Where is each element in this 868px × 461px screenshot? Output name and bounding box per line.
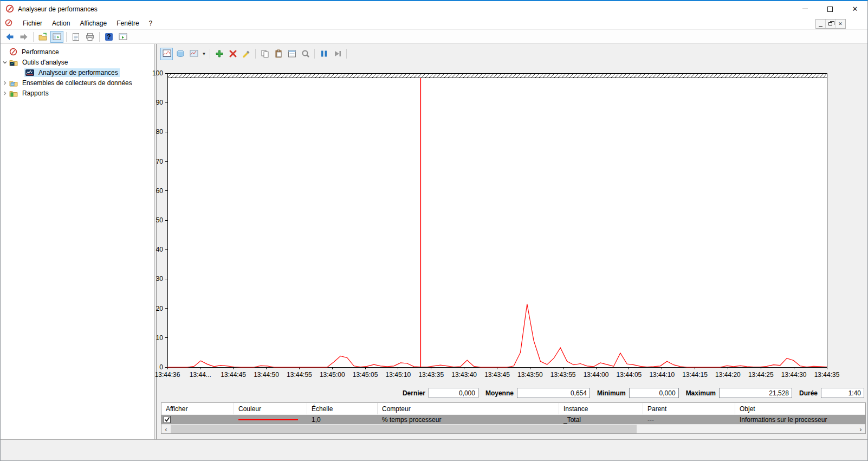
cell-compteur: % temps processeur: [378, 416, 559, 424]
highlight-button[interactable]: [240, 48, 252, 60]
svg-text:50: 50: [156, 216, 164, 224]
svg-text:60: 60: [156, 187, 164, 195]
scrollbar-thumb[interactable]: [171, 425, 637, 433]
svg-text:13:43:35: 13:43:35: [418, 371, 444, 379]
mdi-minimize-button[interactable]: [816, 20, 826, 28]
console-tree-pane: Performance Outils d'analyse Analyseur d…: [1, 44, 154, 439]
chevron-right-icon[interactable]: [1, 80, 9, 86]
graph-type-dropdown[interactable]: ▼: [200, 48, 208, 60]
cell-echelle: 1,0: [307, 416, 378, 424]
chart-canvas: 010203040506070809010013:44:3613:44...13…: [136, 69, 868, 386]
header-objet[interactable]: Objet: [735, 403, 865, 414]
header-couleur[interactable]: Couleur: [234, 403, 307, 414]
tree-item-rapports[interactable]: Rapports: [1, 88, 154, 98]
toolbar-separator: [33, 32, 34, 42]
tree-item-performance[interactable]: Performance: [1, 47, 154, 57]
minimize-button[interactable]: [793, 1, 818, 17]
menu-bar: Fichier Action Affichage Fenêtre ? ✕: [1, 17, 867, 30]
paste-counter-list-button[interactable]: [272, 48, 284, 60]
paste-icon: [274, 49, 283, 58]
menu-affichage[interactable]: Affichage: [75, 18, 112, 29]
menu-fenetre[interactable]: Fenêtre: [112, 18, 144, 29]
mdi-close-button[interactable]: ✕: [835, 20, 845, 28]
mdi-restore-button[interactable]: [826, 20, 835, 28]
toolbar-separator: [99, 32, 100, 42]
properties-button[interactable]: [286, 48, 298, 60]
window-title: Analyseur de performances: [18, 5, 98, 13]
bottom-strip: [1, 439, 868, 461]
moyenne-label: Moyenne: [485, 389, 514, 397]
header-instance[interactable]: Instance: [559, 403, 643, 414]
console-tree-icon: [53, 33, 61, 41]
add-icon: [215, 49, 224, 58]
log-data-icon: [176, 49, 185, 58]
toolbar-separator: [66, 32, 67, 42]
svg-text:?: ?: [107, 33, 111, 41]
add-counter-button[interactable]: [213, 48, 225, 60]
scroll-right-arrow[interactable]: ›: [856, 425, 865, 433]
minimum-label: Minimum: [597, 389, 626, 397]
help-icon: ?: [105, 33, 113, 41]
toolbar-separator: [255, 49, 256, 59]
folder-icon: [38, 33, 47, 41]
header-compteur[interactable]: Compteur: [378, 403, 559, 414]
freeze-display-button[interactable]: [318, 48, 330, 60]
performance-chart: 010203040506070809010013:44:3613:44...13…: [136, 69, 868, 386]
export-list-button[interactable]: [69, 31, 82, 43]
svg-text:13:44:50: 13:44:50: [254, 371, 279, 379]
menu-aide[interactable]: ?: [144, 18, 158, 29]
tree-item-label: Outils d'analyse: [21, 58, 69, 67]
svg-text:13:45:05: 13:45:05: [353, 371, 378, 379]
dernier-label: Dernier: [403, 389, 425, 397]
show-hide-action-pane-button[interactable]: [116, 31, 129, 43]
properties-icon: [288, 49, 296, 58]
tree-item-label: Analyseur de performances: [37, 68, 120, 77]
svg-text:13:44:35: 13:44:35: [814, 371, 840, 379]
svg-text:13:43:45: 13:43:45: [484, 371, 510, 379]
tree-item-ensembles-collecteurs[interactable]: Ensembles de collecteurs de données: [1, 78, 154, 88]
update-data-button[interactable]: [331, 48, 344, 60]
change-graph-type-button[interactable]: [187, 48, 200, 60]
svg-text:13:45:00: 13:45:00: [320, 371, 345, 379]
close-icon: ✕: [852, 5, 858, 13]
delete-counter-button[interactable]: [226, 48, 239, 60]
view-log-data-button[interactable]: [174, 48, 186, 60]
svg-text:10: 10: [156, 334, 164, 342]
forward-icon: [20, 33, 28, 41]
moyenne-value: 0,654: [517, 388, 590, 398]
show-hide-console-tree-button[interactable]: [50, 31, 63, 43]
svg-text:13:44:00: 13:44:00: [584, 371, 609, 379]
close-button[interactable]: ✕: [843, 1, 867, 17]
header-echelle[interactable]: Échelle: [307, 403, 378, 414]
console-toolbar: ?: [1, 30, 867, 44]
help-button[interactable]: ?: [102, 31, 115, 43]
svg-text:13:44:10: 13:44:10: [649, 371, 675, 379]
forward-button[interactable]: [17, 31, 30, 43]
counter-row[interactable]: 1,0 % temps processeur _Total --- Inform…: [161, 415, 865, 424]
afficher-checkbox[interactable]: [164, 416, 171, 423]
svg-text:40: 40: [156, 246, 164, 253]
maximum-value: 21,528: [719, 388, 792, 398]
print-button[interactable]: [83, 31, 96, 43]
maximize-button[interactable]: [818, 1, 843, 17]
chevron-right-icon[interactable]: [1, 91, 9, 96]
zoom-button[interactable]: [299, 48, 312, 60]
scroll-left-arrow[interactable]: ‹: [161, 425, 171, 433]
chevron-down-icon[interactable]: [1, 60, 9, 65]
minimum-value: 0,000: [629, 388, 679, 398]
cell-parent: ---: [643, 416, 735, 424]
menu-fichier[interactable]: Fichier: [18, 18, 47, 29]
copy-properties-button[interactable]: [258, 48, 271, 60]
legend-scrollbar[interactable]: ‹ ›: [161, 424, 865, 433]
header-afficher[interactable]: Afficher: [161, 403, 234, 414]
tree-item-analyseur-performances[interactable]: Analyseur de performances: [1, 67, 154, 78]
cell-objet: Informations sur le processeur: [735, 416, 865, 424]
view-current-activity-button[interactable]: [160, 48, 173, 60]
copy-icon: [261, 49, 269, 58]
header-parent[interactable]: Parent: [643, 403, 735, 414]
menu-action[interactable]: Action: [47, 18, 75, 29]
back-button[interactable]: [3, 31, 16, 43]
export-button[interactable]: [36, 31, 49, 43]
toolbar-separator: [210, 49, 210, 59]
tree-item-outils-analyse[interactable]: Outils d'analyse: [1, 57, 154, 67]
